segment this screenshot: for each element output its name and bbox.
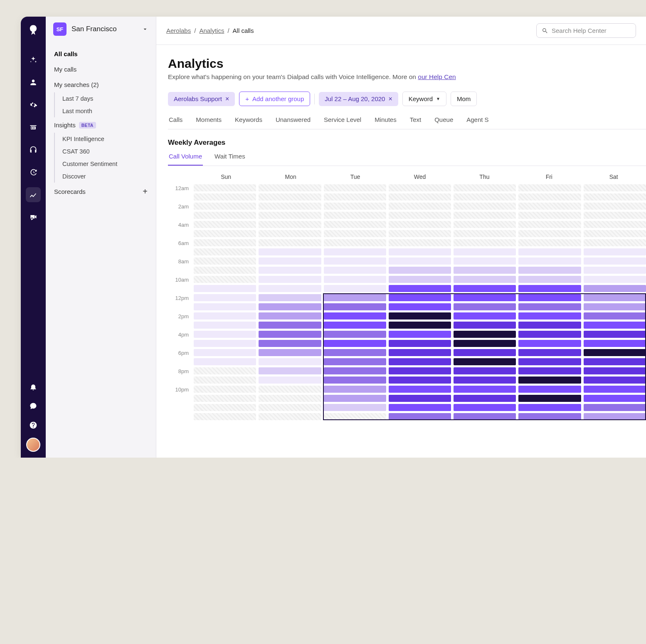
heatmap-cell[interactable] bbox=[259, 276, 321, 283]
help-link[interactable]: our Help Cen bbox=[418, 73, 456, 80]
heatmap-cell[interactable] bbox=[518, 413, 581, 420]
heatmap-cell[interactable] bbox=[324, 239, 386, 246]
subtab[interactable]: Call Volume bbox=[168, 153, 203, 166]
heatmap-cell[interactable] bbox=[324, 413, 386, 420]
heatmap-cell[interactable] bbox=[194, 312, 256, 320]
heatmap-cell[interactable] bbox=[324, 184, 386, 191]
heatmap-cell[interactable] bbox=[259, 258, 321, 265]
heatmap-cell[interactable] bbox=[389, 230, 451, 237]
heatmap-cell[interactable] bbox=[389, 294, 451, 301]
filter-group-chip[interactable]: Aerolabs Support × bbox=[168, 92, 235, 106]
heatmap-cell[interactable] bbox=[518, 193, 581, 201]
heatmap-cell[interactable] bbox=[584, 193, 646, 201]
heatmap-cell[interactable] bbox=[259, 331, 321, 338]
crumb-analytics[interactable]: Analytics bbox=[199, 27, 224, 34]
heatmap-cell[interactable] bbox=[194, 276, 256, 283]
heatmap-cell[interactable] bbox=[454, 248, 516, 255]
heatmap-cell[interactable] bbox=[324, 331, 386, 338]
heatmap-cell[interactable] bbox=[584, 212, 646, 219]
heatmap-cell[interactable] bbox=[584, 230, 646, 237]
plus-icon[interactable]: + bbox=[143, 187, 148, 196]
heatmap-cell[interactable] bbox=[389, 303, 451, 310]
heatmap-cell[interactable] bbox=[454, 322, 516, 329]
heatmap-cell[interactable] bbox=[259, 193, 321, 201]
heatmap-cell[interactable] bbox=[194, 221, 256, 228]
heatmap-cell[interactable] bbox=[454, 258, 516, 265]
heatmap-cell[interactable] bbox=[389, 349, 451, 356]
heatmap-cell[interactable] bbox=[194, 258, 256, 265]
team-icon[interactable] bbox=[26, 120, 41, 135]
heatmap-cell[interactable] bbox=[454, 312, 516, 320]
person-icon[interactable] bbox=[26, 75, 41, 90]
heatmap-cell[interactable] bbox=[454, 340, 516, 347]
user-avatar[interactable] bbox=[26, 438, 40, 452]
heatmap-cell[interactable] bbox=[518, 376, 581, 384]
heatmap-cell[interactable] bbox=[389, 239, 451, 246]
tab[interactable]: Moments bbox=[195, 116, 222, 129]
heatmap-cell[interactable] bbox=[584, 294, 646, 301]
heatmap-cell[interactable] bbox=[259, 312, 321, 320]
heatmap-cell[interactable] bbox=[194, 230, 256, 237]
heatmap-cell[interactable] bbox=[584, 395, 646, 402]
heatmap-cell[interactable] bbox=[389, 203, 451, 210]
video-settings-icon[interactable] bbox=[26, 210, 41, 225]
heatmap-cell[interactable] bbox=[584, 285, 646, 292]
tab[interactable]: Agent S bbox=[466, 116, 489, 129]
heatmap-cell[interactable] bbox=[584, 248, 646, 255]
heatmap-cell[interactable] bbox=[584, 386, 646, 393]
tab[interactable]: Queue bbox=[434, 116, 454, 129]
heatmap-cell[interactable] bbox=[194, 267, 256, 274]
heatmap-cell[interactable] bbox=[454, 193, 516, 201]
heatmap-cell[interactable] bbox=[324, 349, 386, 356]
heatmap-cell[interactable] bbox=[324, 395, 386, 402]
heatmap-cell[interactable] bbox=[194, 331, 256, 338]
heatmap-cell[interactable] bbox=[454, 294, 516, 301]
heatmap-cell[interactable] bbox=[454, 303, 516, 310]
heatmap-cell[interactable] bbox=[259, 340, 321, 347]
tab[interactable]: Unanswered bbox=[275, 116, 311, 129]
heatmap-cell[interactable] bbox=[259, 349, 321, 356]
heatmap-cell[interactable] bbox=[194, 404, 256, 411]
nav-insight-item[interactable]: CSAT 360 bbox=[55, 145, 156, 158]
heatmap-cell[interactable] bbox=[389, 413, 451, 420]
bell-icon[interactable] bbox=[27, 380, 40, 394]
heatmap-cell[interactable] bbox=[454, 239, 516, 246]
heatmap-cell[interactable] bbox=[194, 193, 256, 201]
heatmap-cell[interactable] bbox=[194, 358, 256, 365]
tab[interactable]: Calls bbox=[168, 116, 183, 129]
nav-insight-item[interactable]: Discover bbox=[55, 170, 156, 183]
heatmap-cell[interactable] bbox=[324, 276, 386, 283]
heatmap-cell[interactable] bbox=[259, 221, 321, 228]
heatmap-cell[interactable] bbox=[454, 349, 516, 356]
heatmap-cell[interactable] bbox=[389, 331, 451, 338]
heatmap-cell[interactable] bbox=[518, 340, 581, 347]
heatmap-cell[interactable] bbox=[518, 312, 581, 320]
heatmap-cell[interactable] bbox=[518, 395, 581, 402]
heatmap-cell[interactable] bbox=[454, 331, 516, 338]
gear-icon[interactable] bbox=[26, 97, 41, 112]
keyword-dropdown[interactable]: Keyword ▼ bbox=[402, 92, 446, 106]
heatmap-cell[interactable] bbox=[194, 386, 256, 393]
heatmap-cell[interactable] bbox=[324, 376, 386, 384]
analytics-icon[interactable] bbox=[26, 187, 41, 202]
chat-icon[interactable] bbox=[27, 399, 40, 413]
heatmap-cell[interactable] bbox=[259, 322, 321, 329]
heatmap-cell[interactable] bbox=[454, 386, 516, 393]
heatmap-cell[interactable] bbox=[259, 248, 321, 255]
heatmap-cell[interactable] bbox=[324, 248, 386, 255]
heatmap-cell[interactable] bbox=[454, 221, 516, 228]
nav-insight-item[interactable]: Customer Sentiment bbox=[55, 158, 156, 170]
heatmap-cell[interactable] bbox=[389, 367, 451, 374]
heatmap-cell[interactable] bbox=[584, 239, 646, 246]
heatmap-cell[interactable] bbox=[259, 413, 321, 420]
add-group-button[interactable]: + Add another group bbox=[239, 92, 310, 106]
heatmap-cell[interactable] bbox=[518, 239, 581, 246]
heatmap-cell[interactable] bbox=[194, 285, 256, 292]
heatmap-cell[interactable] bbox=[194, 340, 256, 347]
tab[interactable]: Keywords bbox=[234, 116, 263, 129]
heatmap-cell[interactable] bbox=[389, 322, 451, 329]
heatmap-cell[interactable] bbox=[584, 267, 646, 274]
heatmap-cell[interactable] bbox=[194, 376, 256, 384]
nav-my-searches[interactable]: My searches (2) bbox=[46, 77, 156, 92]
heatmap-cell[interactable] bbox=[518, 258, 581, 265]
